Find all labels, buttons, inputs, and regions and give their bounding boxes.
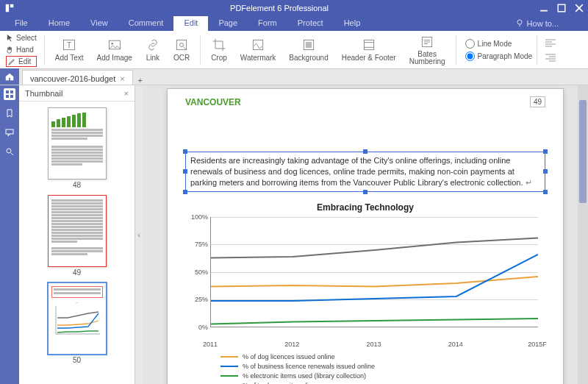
line-mode-radio[interactable]: Line Mode xyxy=(465,39,533,49)
howto-link[interactable]: How to... xyxy=(527,19,559,28)
svg-rect-17 xyxy=(306,42,312,48)
header-footer-button[interactable]: Header & Footer xyxy=(336,33,402,67)
page-canvas[interactable]: VANCOUVER 49 Residents are increasingly … xyxy=(143,85,588,384)
link-button[interactable]: Link xyxy=(140,33,166,67)
thumbnail-panel-title: Thumbnail xyxy=(25,89,62,98)
watermark-button[interactable]: Watermark xyxy=(234,33,282,67)
thumbnail-49[interactable]: 49 xyxy=(48,195,107,277)
chart-title: Embracing Technology xyxy=(185,202,545,213)
menu-form[interactable]: Form xyxy=(248,16,287,31)
tabstrip: vancouver-2016-budget × + xyxy=(0,69,588,85)
edit-tool[interactable]: Edit xyxy=(6,56,37,67)
svg-point-11 xyxy=(111,43,113,45)
thumbnail-48[interactable]: 48 xyxy=(48,107,107,189)
page-view: VANCOUVER 49 Residents are increasingly … xyxy=(167,88,564,384)
hand-tool[interactable]: Hand xyxy=(6,44,37,55)
thumbnail-label: 49 xyxy=(73,269,81,277)
titlebar: PDFelement 6 Professional xyxy=(0,0,588,16)
add-image-button[interactable]: Add Image xyxy=(91,33,138,67)
sidebar-icon-column xyxy=(0,85,19,384)
menu-help[interactable]: Help xyxy=(334,16,371,31)
bates-button[interactable]: Bates Numbering xyxy=(404,33,451,67)
search-icon[interactable] xyxy=(4,146,15,157)
svg-point-6 xyxy=(517,20,522,24)
chart-legend: % of dog licences issued online% of busi… xyxy=(220,352,545,384)
close-thumbnail-panel-icon[interactable]: × xyxy=(124,89,129,98)
thumbnail-panel: Thumbnail × 48 49 xyxy=(19,85,135,384)
document-tab[interactable]: vancouver-2016-budget × xyxy=(22,70,133,85)
chart: 0%25%50%75%100% xyxy=(210,217,538,327)
svg-rect-33 xyxy=(6,90,9,93)
svg-rect-35 xyxy=(6,95,9,98)
thumbnail-label: 48 xyxy=(73,181,81,189)
add-text-button[interactable]: TAdd Text xyxy=(49,33,90,67)
crop-button[interactable]: Crop xyxy=(205,33,233,67)
align-right-icon[interactable] xyxy=(545,53,556,63)
svg-rect-0 xyxy=(6,4,9,13)
menu-protect[interactable]: Protect xyxy=(287,16,334,31)
vertical-scrollbar[interactable] xyxy=(578,85,588,384)
app-logo-icon xyxy=(4,3,15,13)
svg-rect-36 xyxy=(10,95,13,98)
selected-text-box[interactable]: Residents are increasingly taking advant… xyxy=(185,152,545,192)
collapse-thumbnail-grip[interactable]: ‹ xyxy=(135,85,143,384)
ocr-button[interactable]: OCR xyxy=(168,33,196,67)
thumbnail-50[interactable]: ··· 50 xyxy=(48,282,107,364)
menubar: FileHomeViewCommentEditPageFormProtectHe… xyxy=(0,16,588,31)
svg-text:T: T xyxy=(67,41,71,49)
menu-file[interactable]: File xyxy=(4,16,38,31)
svg-point-38 xyxy=(7,149,11,153)
svg-point-13 xyxy=(180,43,184,47)
svg-rect-34 xyxy=(10,90,13,93)
thumbnails-icon[interactable] xyxy=(4,88,15,100)
svg-line-14 xyxy=(184,47,186,49)
align-left-icon[interactable] xyxy=(545,38,556,49)
app-title: PDFelement 6 Professional xyxy=(19,4,539,13)
new-tab-button[interactable]: + xyxy=(133,76,148,85)
vancouver-logo: VANCOUVER xyxy=(185,98,241,107)
svg-rect-1 xyxy=(10,4,13,7)
svg-rect-37 xyxy=(6,129,13,134)
lightbulb-icon xyxy=(515,18,524,29)
menu-comment[interactable]: Comment xyxy=(118,16,174,31)
menu-page[interactable]: Page xyxy=(208,16,248,31)
menu-edit[interactable]: Edit xyxy=(173,16,208,31)
ribbon: Select Hand Edit TAdd Text Add Image Lin… xyxy=(0,31,588,69)
page-number-badge: 49 xyxy=(530,96,545,107)
thumbnail-label: 50 xyxy=(73,356,81,364)
close-tab-icon[interactable]: × xyxy=(120,74,124,83)
menu-view[interactable]: View xyxy=(80,16,118,31)
comments-icon[interactable] xyxy=(4,127,15,138)
paragraph-text: Residents are increasingly taking advant… xyxy=(190,156,523,187)
background-button[interactable]: Background xyxy=(283,33,334,67)
svg-line-39 xyxy=(11,153,13,155)
maximize-button[interactable] xyxy=(557,4,566,13)
menu-home[interactable]: Home xyxy=(38,16,80,31)
document-tab-label: vancouver-2016-budget xyxy=(30,74,115,83)
svg-rect-18 xyxy=(364,40,373,49)
home-tab-button[interactable] xyxy=(0,68,19,85)
svg-rect-3 xyxy=(558,4,565,12)
close-button[interactable] xyxy=(575,4,584,13)
minimize-button[interactable] xyxy=(539,4,548,13)
select-tool[interactable]: Select xyxy=(6,32,37,43)
paragraph-mode-radio[interactable]: Paragraph Mode xyxy=(465,51,533,61)
scroll-thumb[interactable] xyxy=(579,100,587,203)
bookmarks-icon[interactable] xyxy=(4,107,15,119)
